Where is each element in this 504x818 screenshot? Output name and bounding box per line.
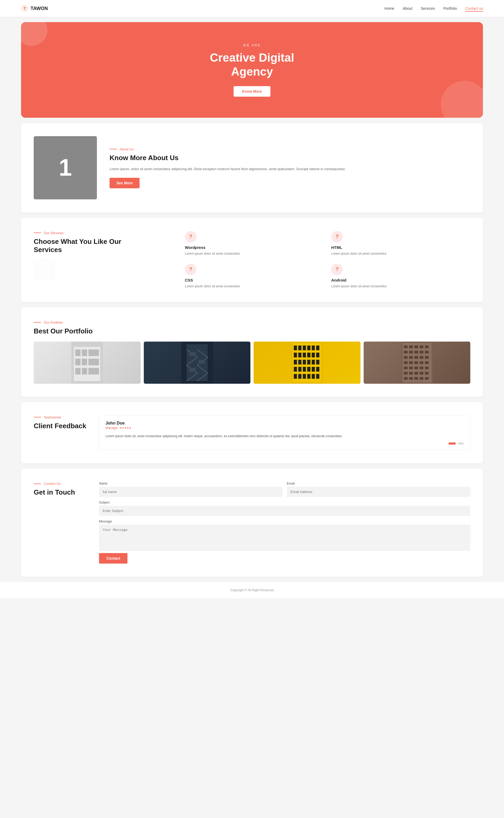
portfolio-item-3[interactable] [254,342,360,384]
svg-rect-51 [312,374,315,379]
svg-rect-60 [404,351,407,353]
svg-rect-14 [88,368,94,374]
portfolio-img-svg-4 [364,342,471,384]
svg-rect-23 [294,346,297,350]
svg-rect-79 [425,367,428,369]
about-title: Know More About Us [110,154,470,162]
svg-rect-86 [409,377,413,380]
form-row-name-email: Name Email [99,482,470,497]
message-label: Message [99,520,470,523]
client-feedback: Lorem ipsum dolor sit, amet consectetur … [105,433,464,439]
name-input[interactable] [99,487,283,497]
about-description: Lorem ipsum, dolor sit amet consectetur … [110,166,470,172]
name-label: Name [99,482,283,485]
service-name-wordpress: Wordpress [185,245,324,250]
svg-rect-6 [88,349,94,356]
nav-links: Home About Services Portfolio Contact us [384,6,483,11]
service-desc-wordpress: Lorem ipsum dolor sit amet consectetur [185,251,324,256]
about-text: About Us Know More About Us Lorem ipsum,… [110,147,470,188]
about-label: About Us [110,147,470,151]
form-group-subject: Subject [99,501,470,516]
svg-rect-47 [294,374,297,379]
nav-item-portfolio[interactable]: Portfolio [443,6,457,11]
testimonial-next-button[interactable] [458,442,464,445]
service-icon-wordpress: ? [185,231,196,243]
svg-rect-10 [88,359,94,365]
contact-submit-button[interactable]: Contact [99,553,127,564]
hero-section: WE ARE Creative Digital Agency Know More [21,22,483,118]
portfolio-img-svg-1 [34,342,141,384]
portfolio-item-1[interactable] [34,342,141,384]
svg-rect-64 [425,351,428,353]
nav-item-home[interactable]: Home [384,6,394,11]
portfolio-item-4[interactable] [364,342,471,384]
testimonial-card: John Doe Manager ★★★★★ Lorem ipsum dolor… [99,415,470,450]
portfolio-item-2[interactable] [144,342,251,384]
svg-rect-26 [307,346,310,350]
svg-rect-72 [414,361,418,364]
service-item-css: ? CSS Lorem ipsum dolor sit amet consect… [185,264,324,289]
about-see-more-button[interactable]: See More [110,178,140,188]
logo[interactable]: T TAWON [21,5,48,12]
svg-rect-43 [303,367,306,372]
svg-rect-29 [294,353,297,357]
contact-title: Get in Touch [34,488,86,496]
svg-rect-8 [75,359,81,365]
service-icon-css: ? [185,264,196,275]
subject-input[interactable] [99,506,470,516]
svg-rect-37 [303,360,306,364]
contact-section: Contact Us Get in Touch Name Email Subje… [21,469,483,577]
portfolio-img-svg-2 [144,342,251,384]
svg-rect-84 [425,372,428,374]
logo-icon: T [21,5,28,12]
svg-rect-78 [419,367,423,369]
portfolio-section: Our Portfolio Best Our Portfolio [21,307,483,397]
portfolio-label: Our Portfolio [34,321,470,324]
svg-rect-58 [419,346,423,348]
nav-item-about[interactable]: About [403,6,412,11]
form-group-email: Email [287,482,470,497]
email-input[interactable] [287,487,470,497]
svg-rect-44 [307,367,310,372]
nav-item-services[interactable]: Services [421,6,435,11]
portfolio-grid [34,342,470,384]
svg-rect-75 [404,367,407,369]
testimonial-label: Testimonial [34,415,86,419]
footer-text: Copyright © All Right Reserved [230,588,274,592]
svg-rect-13 [82,368,87,374]
svg-rect-57 [414,346,418,348]
svg-rect-41 [294,367,297,372]
client-stars: ★★★★★ [120,426,131,429]
svg-rect-28 [316,346,319,350]
nav-item-contact[interactable]: Contact us [465,6,483,11]
services-label: Our Services [34,231,176,235]
svg-rect-19 [198,360,205,364]
svg-rect-88 [419,377,423,380]
message-textarea[interactable] [99,525,470,551]
svg-rect-56 [409,346,413,348]
service-name-android: Android [331,278,470,282]
testimonial-prev-button[interactable] [448,442,456,445]
hero-cta-button[interactable]: Know More [234,86,270,97]
contact-inner: Contact Us Get in Touch Name Email Subje… [34,482,470,564]
testimonial-title: Client Feedback [34,422,86,430]
svg-rect-49 [303,374,306,379]
service-item-android: ? Android Lorem ipsum dolor sit amet con… [331,264,470,289]
portfolio-title: Best Our Portfolio [34,327,470,335]
svg-rect-67 [414,356,418,359]
svg-rect-46 [316,367,319,372]
portfolio-img-svg-3 [254,342,360,384]
svg-rect-7 [94,349,99,356]
svg-rect-20 [189,368,196,372]
form-group-name: Name [99,482,283,497]
svg-rect-24 [298,346,302,350]
svg-rect-69 [425,356,428,359]
svg-rect-71 [409,361,413,364]
service-icon-html: ? [331,231,343,243]
svg-rect-65 [404,356,407,359]
about-image: 1 [34,136,97,199]
svg-rect-81 [409,372,413,374]
svg-rect-66 [409,356,413,359]
svg-rect-62 [414,351,418,353]
svg-rect-12 [75,368,81,374]
